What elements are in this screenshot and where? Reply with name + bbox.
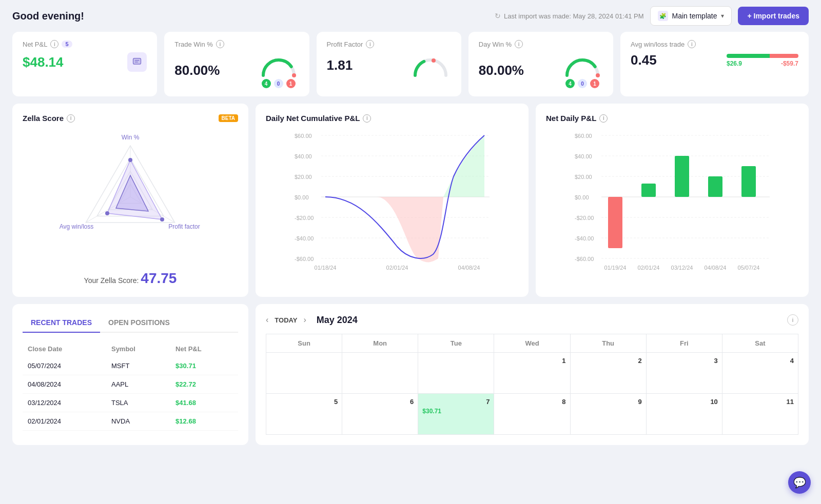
cal-cell[interactable]: 9 [571, 394, 647, 435]
svg-text:$0.00: $0.00 [575, 194, 589, 200]
cal-today-button[interactable]: TODAY [275, 316, 297, 324]
net-pnl-label: Net P&L i 5 [23, 40, 147, 48]
trades-table: Close Date Symbol Net P&L 05/07/2024MSFT… [23, 341, 238, 431]
cal-day-header: Sat [722, 334, 798, 353]
net-pnl-badge: 5 [62, 41, 72, 48]
svg-text:$20.00: $20.00 [575, 174, 592, 180]
daily-cum-info-icon[interactable]: i [363, 114, 371, 123]
sync-icon: ↻ [495, 12, 501, 20]
cal-cell[interactable]: 7$30.71 [418, 394, 494, 435]
cal-day-header: Fri [647, 334, 722, 353]
cal-month-label: May 2024 [317, 315, 358, 326]
template-selector[interactable]: 🧩 Main template ▾ [650, 6, 732, 26]
avg-win-loss-info-icon[interactable]: i [688, 40, 696, 48]
svg-point-18 [105, 211, 109, 215]
svg-text:Avg win/loss: Avg win/loss [60, 223, 93, 230]
svg-text:$40.00: $40.00 [295, 153, 312, 159]
profit-factor-gauge [410, 52, 451, 78]
day-win-gauge: 4 0 1 [562, 52, 603, 88]
loss-amount: -$59.7 [781, 60, 798, 67]
calendar-card: ‹ TODAY › May 2024 i SunMonTueWedThuFriS… [256, 304, 809, 445]
cal-cell[interactable]: 6 [342, 394, 418, 435]
daily-cum-pnl-card: Daily Net Cumulative P&L i $60.00 $40.00… [256, 104, 529, 297]
win-dot: 4 [262, 79, 271, 88]
cal-cell[interactable]: 5 [266, 394, 342, 435]
cal-cell[interactable]: 11 [722, 394, 798, 435]
trade-win-gauge: 4 0 1 [258, 52, 299, 88]
svg-point-16 [128, 158, 132, 162]
trade-win-value: 80.00% [174, 63, 220, 78]
chat-icon [127, 52, 147, 72]
svg-point-6 [596, 73, 600, 77]
template-label: Main template [672, 12, 717, 20]
daily-cum-chart: $60.00 $40.00 $20.00 $0.00 -$20.00 -$40.… [266, 129, 518, 274]
cal-prev-button[interactable]: ‹ [266, 315, 268, 325]
zella-score-value: 47.75 [141, 270, 177, 286]
svg-text:-$60.00: -$60.00 [575, 256, 594, 262]
table-row: 02/01/2024NVDA$12.68 [23, 412, 238, 431]
page-title: Good evening! [12, 10, 84, 22]
cal-cell[interactable]: 2 [571, 353, 647, 394]
svg-text:03/12/24: 03/12/24 [671, 265, 693, 271]
tab-recent-trades[interactable]: RECENT TRADES [23, 314, 100, 333]
trade-win-info-icon[interactable]: i [216, 40, 224, 48]
svg-text:02/01/24: 02/01/24 [638, 265, 660, 271]
zella-score-text: Your Zella Score: 47.75 [23, 270, 238, 287]
cal-cell[interactable]: 10 [647, 394, 722, 435]
svg-rect-0 [133, 58, 141, 65]
draw-dot: 0 [274, 79, 283, 88]
calendar-info-icon[interactable]: i [787, 314, 798, 326]
profit-factor-info-icon[interactable]: i [366, 40, 374, 48]
net-daily-chart: $60.00 $40.00 $20.00 $0.00 -$20.00 -$40.… [546, 129, 798, 274]
daily-cum-title: Daily Net Cumulative P&L [266, 114, 360, 123]
svg-point-5 [432, 58, 436, 63]
charts-area: Daily Net Cumulative P&L i $60.00 $40.00… [256, 104, 809, 297]
header: Good evening! ↻ Last import was made: Ma… [0, 0, 821, 32]
win-bar-segment [727, 54, 770, 58]
svg-text:01/18/24: 01/18/24 [315, 265, 337, 271]
profit-factor-card: Profit Factor i 1.81 [317, 32, 461, 96]
zella-title: Zella Score [23, 114, 64, 123]
svg-text:-$40.00: -$40.00 [575, 235, 594, 241]
svg-text:$60.00: $60.00 [295, 133, 312, 139]
svg-rect-55 [675, 156, 689, 197]
svg-text:-$20.00: -$20.00 [575, 215, 594, 221]
radar-chart: Win % Avg win/loss Profit factor [23, 123, 238, 266]
svg-text:$40.00: $40.00 [575, 153, 592, 159]
svg-rect-54 [641, 184, 656, 197]
cal-cell[interactable]: 1 [494, 353, 570, 394]
col-symbol: Symbol [106, 341, 170, 357]
tab-open-positions[interactable]: OPEN POSITIONS [100, 314, 178, 333]
svg-point-4 [292, 73, 296, 77]
cal-cell[interactable]: 3 [647, 353, 722, 394]
svg-rect-56 [708, 176, 722, 197]
svg-text:$0.00: $0.00 [295, 194, 309, 200]
net-daily-info-icon[interactable]: i [599, 114, 608, 123]
header-right: ↻ Last import was made: May 28, 2024 01:… [495, 6, 809, 26]
table-row: 03/12/2024TSLA$41.68 [23, 394, 238, 412]
cal-next-button[interactable]: › [303, 315, 306, 325]
win-amount: $26.9 [727, 60, 742, 67]
calendar-header: ‹ TODAY › May 2024 i [266, 314, 798, 326]
import-trades-button[interactable]: + Import trades [738, 7, 809, 25]
svg-text:02/01/24: 02/01/24 [386, 265, 408, 271]
avg-win-loss-card: Avg win/loss trade i 0.45 $26.9 -$59.7 [620, 32, 809, 96]
svg-text:01/19/24: 01/19/24 [604, 265, 627, 271]
col-close-date: Close Date [23, 341, 106, 357]
day-win-dot: 4 [565, 79, 575, 88]
day-win-info-icon[interactable]: i [515, 40, 523, 48]
calendar-grid: SunMonTueWedThuFriSat1234567$30.71891011 [266, 334, 798, 435]
net-pnl-info-icon[interactable]: i [50, 40, 58, 48]
net-pnl-value: $48.14 [23, 54, 64, 70]
cal-day-header: Tue [418, 334, 494, 353]
svg-text:$60.00: $60.00 [575, 133, 592, 139]
col-net-pnl: Net P&L [170, 341, 238, 357]
svg-point-17 [160, 217, 164, 221]
cal-cell [342, 353, 418, 394]
svg-text:Win %: Win % [122, 134, 140, 141]
zella-info-icon[interactable]: i [67, 114, 75, 123]
table-row: 05/07/2024MSFT$30.71 [23, 357, 238, 375]
profit-factor-value: 1.81 [327, 57, 353, 73]
cal-cell[interactable]: 4 [722, 353, 798, 394]
cal-cell[interactable]: 8 [494, 394, 570, 435]
